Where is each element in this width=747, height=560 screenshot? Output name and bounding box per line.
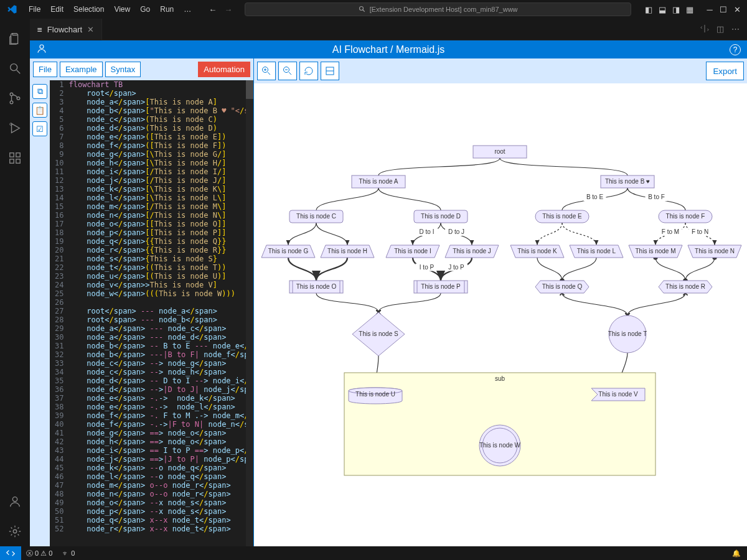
svg-point-13	[13, 530, 17, 533]
svg-text:I to P: I to P	[420, 264, 435, 271]
tab-title: Flowchart	[47, 25, 82, 34]
copy-icon[interactable]: ⧉	[32, 84, 47, 99]
chart-panel: Export B to EB to FD to ID to JF to MF t…	[254, 58, 747, 546]
preview-pane: AI Flowchart / Mermaid.js ? File Example…	[30, 40, 747, 546]
status-bar: ⓧ0 ⚠0 ᯤ0 🔔	[0, 546, 747, 560]
search-icon	[359, 6, 366, 13]
export-button[interactable]: Export	[706, 62, 744, 80]
svg-text:root: root	[494, 148, 505, 155]
extensions-icon[interactable]	[0, 143, 30, 173]
svg-point-14	[40, 45, 44, 49]
svg-text:This is node E: This is node E	[542, 213, 582, 220]
tab-close-icon[interactable]: ✕	[87, 25, 94, 34]
search-activity-icon[interactable]	[0, 54, 30, 83]
chart-view[interactable]: B to EB to FD to ID to JF to MF to NI to…	[254, 83, 747, 546]
refresh-icon[interactable]	[299, 62, 318, 80]
svg-line-16	[268, 72, 270, 75]
code-scrollbar[interactable]	[246, 80, 253, 546]
vscode-logo-icon	[6, 4, 17, 15]
account-icon[interactable]	[0, 487, 30, 516]
status-ports[interactable]: ᯤ0	[57, 549, 80, 557]
svg-rect-8	[10, 153, 14, 157]
explorer-icon[interactable]	[0, 24, 30, 54]
layout-toggle-icon[interactable]	[321, 62, 339, 80]
svg-point-12	[12, 497, 17, 502]
app-header: AI Flowchart / Mermaid.js ?	[30, 40, 747, 58]
menu-edit[interactable]: Edit	[45, 5, 68, 14]
command-center-text: [Extension Development Host] com_min87_w…	[370, 6, 518, 13]
tab-flowchart[interactable]: ≡ Flowchart ✕	[30, 19, 102, 40]
svg-text:D to J: D to J	[448, 228, 464, 235]
status-problems[interactable]: ⓧ0 ⚠0	[21, 549, 57, 558]
activity-bar	[0, 19, 30, 546]
code-editor[interactable]: 1 2 3 4 5 6 7 8 9 10 11 12 13 14 15 16 1…	[50, 80, 253, 546]
svg-text:This is node B ♥: This is node B ♥	[605, 178, 650, 185]
window-close-icon[interactable]: ✕	[732, 5, 742, 14]
svg-text:D to I: D to I	[420, 228, 435, 235]
svg-text:This is node F: This is node F	[666, 213, 705, 220]
svg-rect-10	[16, 159, 20, 163]
svg-text:This is node C: This is node C	[296, 213, 336, 220]
layout-sidebar-left-icon[interactable]: ◧	[644, 5, 654, 14]
svg-text:B to E: B to E	[586, 194, 604, 200]
tab-more-icon[interactable]: ⋯	[731, 24, 740, 35]
svg-rect-9	[10, 159, 14, 163]
paste-icon[interactable]: 📋	[32, 103, 47, 118]
menu-run[interactable]: Run	[155, 5, 179, 14]
svg-point-5	[10, 101, 13, 104]
svg-text:This is node U: This is node U	[355, 391, 395, 398]
source-control-icon[interactable]	[0, 83, 30, 113]
example-button[interactable]: Example	[60, 62, 103, 77]
zoom-out-icon[interactable]	[278, 62, 297, 80]
menu-file[interactable]: File	[24, 5, 45, 14]
syntax-button[interactable]: Syntax	[105, 62, 141, 77]
svg-point-0	[359, 7, 363, 11]
status-notifications-icon[interactable]: 🔔	[726, 549, 747, 558]
automation-button[interactable]: Automation	[198, 62, 250, 77]
menu-selection[interactable]: Selection	[68, 5, 109, 14]
checklist-icon[interactable]: ☑	[32, 121, 47, 136]
app-avatar-icon	[36, 43, 47, 57]
error-icon: ⓧ	[26, 549, 33, 558]
svg-text:J to P: J to P	[448, 264, 464, 271]
window-minimize-icon[interactable]: ─	[705, 5, 715, 14]
title-bar: File Edit Selection View Go Run … ← → [E…	[0, 0, 747, 19]
command-center[interactable]: [Extension Development Host] com_min87_w…	[245, 2, 631, 16]
svg-text:This is node W: This is node W	[479, 442, 521, 449]
zoom-in-icon[interactable]	[257, 62, 276, 80]
layout-panel-icon[interactable]: ⬓	[657, 5, 667, 14]
svg-text:This is node N: This is node N	[695, 248, 735, 254]
window-maximize-icon[interactable]: ☐	[718, 5, 728, 14]
menu-go[interactable]: Go	[135, 5, 155, 14]
svg-text:F to N: F to N	[692, 228, 708, 235]
svg-text:This is node G: This is node G	[268, 248, 309, 254]
svg-text:This is node P: This is node P	[421, 283, 461, 290]
help-icon[interactable]: ?	[730, 44, 741, 55]
settings-gear-icon[interactable]	[0, 516, 30, 546]
remote-indicator-icon[interactable]	[0, 546, 21, 560]
file-button[interactable]: File	[33, 62, 57, 77]
svg-text:This is node H: This is node H	[327, 248, 367, 254]
menu-view[interactable]: View	[109, 5, 135, 14]
nav-back-icon[interactable]: ←	[209, 5, 217, 14]
svg-text:This is node J: This is node J	[453, 248, 491, 254]
tab-bar: ≡ Flowchart ✕ ◫ ⋯	[30, 19, 747, 40]
menu-overflow[interactable]: …	[179, 5, 196, 14]
split-editor-icon[interactable]: ◫	[716, 24, 724, 35]
tab-flowchart-icon: ≡	[37, 25, 42, 34]
editor-area: ≡ Flowchart ✕ ◫ ⋯ AI Flowchart / Mermaid…	[30, 19, 747, 546]
layout-sidebar-right-icon[interactable]: ◨	[671, 5, 681, 14]
antenna-icon: ᯤ	[62, 549, 69, 557]
svg-text:This is node Q: This is node Q	[542, 283, 583, 290]
svg-text:This is node K: This is node K	[517, 248, 557, 254]
run-debug-icon[interactable]	[0, 113, 30, 143]
compare-icon[interactable]	[700, 24, 709, 35]
svg-text:This is node R: This is node R	[665, 283, 705, 290]
svg-text:This is node V: This is node V	[598, 391, 638, 398]
svg-text:This is node I: This is node I	[394, 248, 431, 254]
svg-line-1	[362, 10, 364, 12]
svg-text:This is node S: This is node S	[359, 330, 398, 337]
nav-forward-icon[interactable]: →	[224, 5, 232, 14]
app-title: AI Flowchart / Mermaid.js	[47, 44, 730, 55]
layout-customize-icon[interactable]: ▦	[685, 5, 695, 14]
